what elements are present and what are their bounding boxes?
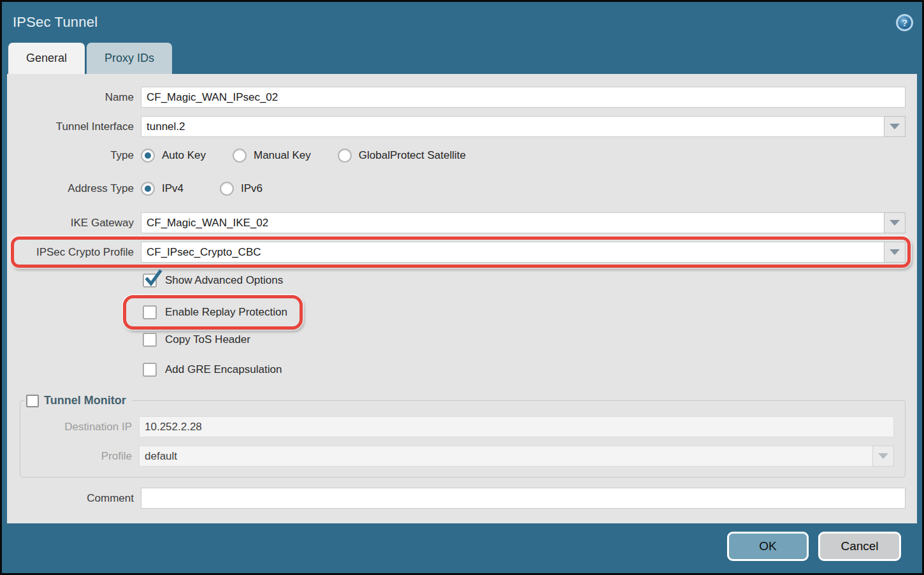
copy-tos-header-label: Copy ToS Header xyxy=(165,333,250,346)
chevron-down-icon xyxy=(890,249,900,255)
show-advanced-options-label: Show Advanced Options xyxy=(165,274,283,287)
ike-gateway-row: IKE Gateway xyxy=(7,212,906,233)
tab-proxy-ids[interactable]: Proxy IDs xyxy=(87,43,172,74)
profile-input xyxy=(139,446,872,467)
radio-ipv6-label: IPv6 xyxy=(241,182,263,195)
tunnel-monitor-legend: Tunnel Monitor xyxy=(24,394,132,407)
replay-protection-highlight-ring: Enable Replay Protection xyxy=(123,295,303,330)
ipsec-crypto-profile-dropdown-button[interactable] xyxy=(884,242,906,263)
tab-bar: General Proxy IDs xyxy=(2,43,922,74)
enable-replay-protection-row[interactable]: Enable Replay Protection xyxy=(143,304,287,321)
radio-button-icon[interactable] xyxy=(338,149,352,163)
ipsec-crypto-profile-row: IPSec Crypto Profile xyxy=(14,242,906,263)
dialog-title: IPSec Tunnel xyxy=(13,14,97,31)
radio-ipv4[interactable]: IPv4 xyxy=(141,182,184,196)
enable-replay-protection-label: Enable Replay Protection xyxy=(165,306,287,319)
comment-input[interactable] xyxy=(141,488,906,509)
radio-button-icon[interactable] xyxy=(220,182,234,196)
ike-gateway-dropdown-button[interactable] xyxy=(884,212,906,233)
tunnel-interface-label: Tunnel Interface xyxy=(7,120,141,133)
check-icon xyxy=(144,270,162,288)
copy-tos-header-row[interactable]: Copy ToS Header xyxy=(143,331,917,348)
chevron-down-icon xyxy=(878,453,888,459)
radio-globalprotect-satellite-label: GlobalProtect Satellite xyxy=(359,149,466,162)
tunnel-monitor-checkbox[interactable] xyxy=(26,395,39,407)
tunnel-monitor-label: Tunnel Monitor xyxy=(44,394,126,407)
chevron-down-icon xyxy=(890,124,900,129)
radio-ipv6[interactable]: IPv6 xyxy=(220,182,263,196)
tunnel-monitor-fieldset: Tunnel Monitor Destination IP Profile xyxy=(20,394,906,477)
cancel-button[interactable]: Cancel xyxy=(818,532,901,561)
show-advanced-options-row[interactable]: Show Advanced Options xyxy=(143,272,917,289)
ipsec-crypto-profile-label: IPSec Crypto Profile xyxy=(14,246,141,259)
address-type-radio-group: IPv4 IPv6 xyxy=(141,180,906,197)
copy-tos-header-checkbox[interactable] xyxy=(143,333,157,347)
chevron-down-icon xyxy=(890,220,900,226)
comment-row: Comment xyxy=(7,488,906,509)
show-advanced-options-checkbox[interactable] xyxy=(143,273,157,288)
add-gre-encapsulation-row[interactable]: Add GRE Encapsulation xyxy=(143,361,917,378)
radio-button-icon[interactable] xyxy=(141,182,155,196)
dialog-footer: OK Cancel xyxy=(2,523,922,561)
help-icon[interactable]: ? xyxy=(896,14,913,31)
crypto-profile-highlight-ring: IPSec Crypto Profile xyxy=(11,237,911,268)
destination-ip-input xyxy=(139,416,894,437)
ok-button[interactable]: OK xyxy=(727,532,809,561)
address-type-label: Address Type xyxy=(7,182,141,195)
address-type-row: Address Type IPv4 IPv6 xyxy=(7,180,906,197)
name-row: Name xyxy=(7,87,906,108)
radio-button-icon[interactable] xyxy=(141,149,155,163)
add-gre-encapsulation-label: Add GRE Encapsulation xyxy=(165,363,282,376)
destination-ip-label: Destination IP xyxy=(20,421,139,433)
profile-row: Profile xyxy=(20,446,894,467)
radio-globalprotect-satellite[interactable]: GlobalProtect Satellite xyxy=(338,149,466,163)
radio-ipv4-label: IPv4 xyxy=(162,182,184,195)
comment-label: Comment xyxy=(7,492,141,505)
tunnel-interface-dropdown-button[interactable] xyxy=(884,116,906,137)
ike-gateway-input[interactable] xyxy=(141,212,884,233)
destination-ip-row: Destination IP xyxy=(20,416,894,437)
ipsec-tunnel-dialog: IPSec Tunnel ? General Proxy IDs Name Tu… xyxy=(0,0,924,575)
ipsec-crypto-profile-input[interactable] xyxy=(141,242,884,263)
dialog-titlebar: IPSec Tunnel ? xyxy=(2,2,922,43)
radio-auto-key[interactable]: Auto Key xyxy=(141,149,206,163)
tab-general[interactable]: General xyxy=(8,43,85,74)
radio-manual-key-label: Manual Key xyxy=(254,149,311,162)
name-input[interactable] xyxy=(141,87,906,108)
ike-gateway-label: IKE Gateway xyxy=(7,217,141,229)
add-gre-encapsulation-checkbox[interactable] xyxy=(143,363,157,377)
type-row: Type Auto Key Manual Key GlobalProtect S… xyxy=(7,147,906,164)
type-radio-group: Auto Key Manual Key GlobalProtect Satell… xyxy=(141,147,906,164)
radio-auto-key-label: Auto Key xyxy=(162,149,206,162)
general-tab-panel: Name Tunnel Interface Type Auto Key xyxy=(7,74,917,523)
radio-manual-key[interactable]: Manual Key xyxy=(233,149,311,163)
profile-label: Profile xyxy=(20,450,139,463)
type-label: Type xyxy=(7,149,141,162)
tunnel-interface-row: Tunnel Interface xyxy=(7,116,906,137)
tunnel-interface-input[interactable] xyxy=(141,116,884,137)
radio-button-icon[interactable] xyxy=(233,149,247,163)
profile-dropdown-button xyxy=(872,446,894,467)
enable-replay-protection-checkbox[interactable] xyxy=(143,305,157,319)
name-label: Name xyxy=(7,91,141,104)
